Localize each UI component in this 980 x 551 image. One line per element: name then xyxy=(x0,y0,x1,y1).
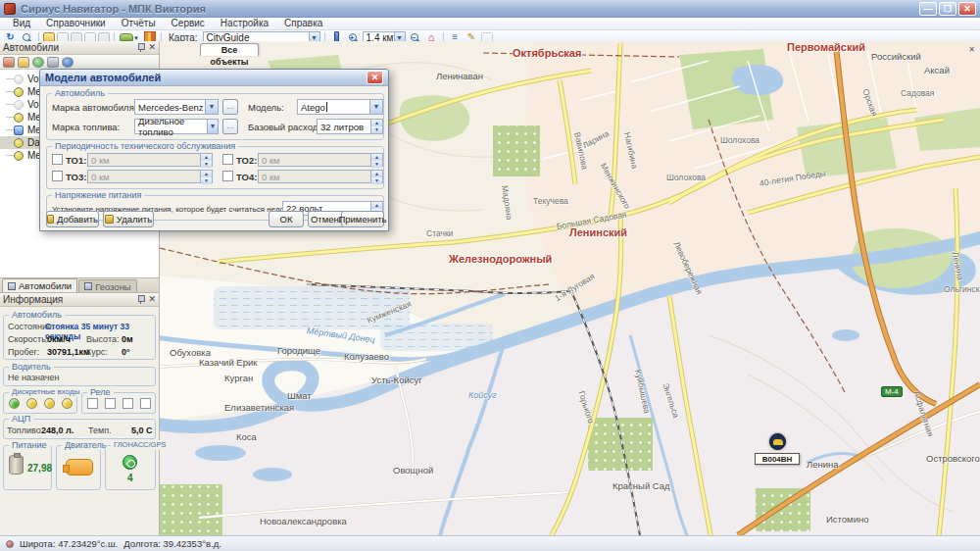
pin-icon[interactable] xyxy=(137,43,144,52)
brand-combo[interactable]: Mercedes-Benz ▼ xyxy=(134,99,219,115)
ok-button[interactable]: ОК xyxy=(269,211,304,227)
group-label: Двигатель xyxy=(62,440,109,450)
model-label: Модель: xyxy=(248,102,284,113)
window-title: Сириус Навигатор - МПК Виктория xyxy=(21,3,206,15)
app-icon xyxy=(4,3,16,15)
satellite-icon xyxy=(122,455,137,470)
consumption-spinner[interactable]: 32 литров ▲▼ xyxy=(317,119,383,134)
folder-icon[interactable] xyxy=(18,57,29,68)
dialog-close-button[interactable]: ✕ xyxy=(367,71,383,84)
vehicles-panel-header: Автомобили ✕ xyxy=(0,41,159,55)
spinner-arrows[interactable]: ▲▼ xyxy=(200,171,212,182)
fuel-type-combo[interactable]: Дизельное топливо ▼ xyxy=(134,119,219,134)
vehicle-icon xyxy=(14,138,24,148)
menu-directories[interactable]: Справочники xyxy=(39,18,113,29)
spinner-arrows[interactable]: ▲▼ xyxy=(370,171,382,182)
pin-icon[interactable] xyxy=(137,295,144,304)
relay-checkbox[interactable] xyxy=(105,398,116,409)
chevron-down-icon[interactable]: ▼ xyxy=(205,100,218,114)
group-label: Реле xyxy=(87,387,114,397)
info-icon[interactable] xyxy=(62,57,74,68)
to3-value: 0 км xyxy=(91,172,110,182)
to2-label: ТО2: xyxy=(236,155,257,166)
battery-icon xyxy=(9,455,24,475)
camera-icon[interactable] xyxy=(47,57,59,68)
group-label: Водитель xyxy=(9,362,54,372)
menu-service[interactable]: Сервис xyxy=(165,18,212,29)
mileage-label: Пробег: xyxy=(8,347,39,357)
relay-checkbox[interactable] xyxy=(140,398,151,409)
minimize-button[interactable]: — xyxy=(919,2,937,16)
longitude-value: Долгота: 39.42353°в.д. xyxy=(123,538,221,549)
group-label: Периодичность технического обслуживания xyxy=(52,141,238,151)
spinner-arrows[interactable]: ▲▼ xyxy=(370,154,382,166)
to1-checkbox[interactable] xyxy=(52,154,63,165)
globe-icon[interactable] xyxy=(32,57,44,68)
tab-vehicles[interactable]: Автомобили xyxy=(2,278,77,292)
group-label: Автомобиль xyxy=(52,88,108,98)
map-pane-close-icon[interactable]: ✕ xyxy=(966,44,977,55)
engine-icon xyxy=(66,459,93,476)
menu-view[interactable]: Вид xyxy=(6,18,37,29)
vehicle-marker[interactable] xyxy=(769,433,786,450)
vehicle-icon xyxy=(14,87,24,97)
tab-all-objects[interactable]: Все объекты xyxy=(200,43,259,56)
to1-value: 0 км xyxy=(91,155,110,166)
to3-checkbox[interactable] xyxy=(52,171,63,181)
menu-bar: Вид Справочники Отчёты Сервис Настройка … xyxy=(0,18,980,30)
ok-button-label: ОК xyxy=(280,214,293,225)
to1-spinner[interactable]: 0 км ▲▼ xyxy=(87,153,213,167)
mileage-value: 30791,1км xyxy=(47,347,90,357)
spinner-arrows[interactable]: ▲▼ xyxy=(200,154,212,166)
add-vehicle-icon[interactable] xyxy=(3,57,15,68)
close-button[interactable]: ✕ xyxy=(958,2,976,16)
add-icon xyxy=(47,215,54,224)
dialog-title-bar[interactable]: Модели автомобилей ✕ xyxy=(40,70,388,86)
relay-checkbox[interactable] xyxy=(87,398,98,409)
close-icon[interactable]: ✕ xyxy=(148,295,156,304)
input-led xyxy=(26,398,37,409)
brand-browse-button[interactable]: … xyxy=(222,99,238,115)
to3-spinner[interactable]: 0 км ▲▼ xyxy=(87,170,213,183)
delete-button[interactable]: Удалить xyxy=(103,211,154,227)
tab-geozones[interactable]: Геозоны xyxy=(78,279,137,292)
delete-icon xyxy=(105,215,114,224)
spinner-arrows[interactable]: ▲▼ xyxy=(370,120,382,133)
title-bar[interactable]: Сириус Навигатор - МПК Виктория — ❐ ✕ xyxy=(0,0,980,18)
to3-label: ТО3: xyxy=(66,172,86,182)
dialog-car-models: Модели автомобилей ✕ Автомобиль Марка ав… xyxy=(39,69,389,231)
input-led xyxy=(44,398,55,409)
to4-value: 0 км xyxy=(262,172,280,182)
menu-reports[interactable]: Отчёты xyxy=(115,18,163,29)
info-panel-header: Информация ✕ xyxy=(0,293,159,307)
speed-value: 0км/ч xyxy=(47,334,71,344)
speed-label: Скорость: xyxy=(8,334,48,344)
to4-spinner[interactable]: 0 км ▲▼ xyxy=(258,170,383,183)
to4-checkbox[interactable] xyxy=(222,171,233,181)
latitude-value: Широта: 47.23429°с.ш. xyxy=(20,538,118,549)
fuel-browse-button[interactable]: … xyxy=(222,119,238,134)
add-button[interactable]: Добавить xyxy=(46,211,99,227)
to2-checkbox[interactable] xyxy=(222,154,233,165)
height-value: 0м xyxy=(122,334,133,344)
application-window: Сириус Навигатор - МПК Виктория — ❐ ✕ Ви… xyxy=(0,0,980,551)
menu-settings[interactable]: Настройка xyxy=(214,18,275,29)
fuel-label: Топливо xyxy=(7,426,41,435)
vehicles-tab-icon xyxy=(8,282,16,290)
maximize-button[interactable]: ❐ xyxy=(939,2,956,16)
vehicle-icon xyxy=(14,100,24,110)
add-button-label: Добавить xyxy=(57,214,98,225)
model-combo[interactable]: Atego ▼ xyxy=(297,99,383,115)
delete-button-label: Удалить xyxy=(117,214,152,225)
relay-checkbox[interactable] xyxy=(122,398,133,409)
dialog-title: Модели автомобилей xyxy=(45,72,161,83)
menu-help[interactable]: Справка xyxy=(277,18,329,29)
chevron-down-icon[interactable]: ▼ xyxy=(207,120,218,133)
apply-button[interactable]: Применить xyxy=(341,211,384,227)
vehicle-icon xyxy=(14,151,24,161)
to2-spinner[interactable]: 0 км ▲▼ xyxy=(258,153,383,167)
close-icon[interactable]: ✕ xyxy=(148,43,156,52)
chevron-down-icon[interactable]: ▼ xyxy=(369,100,382,114)
geozones-tab-icon xyxy=(84,282,92,290)
connection-status-icon xyxy=(6,540,14,548)
